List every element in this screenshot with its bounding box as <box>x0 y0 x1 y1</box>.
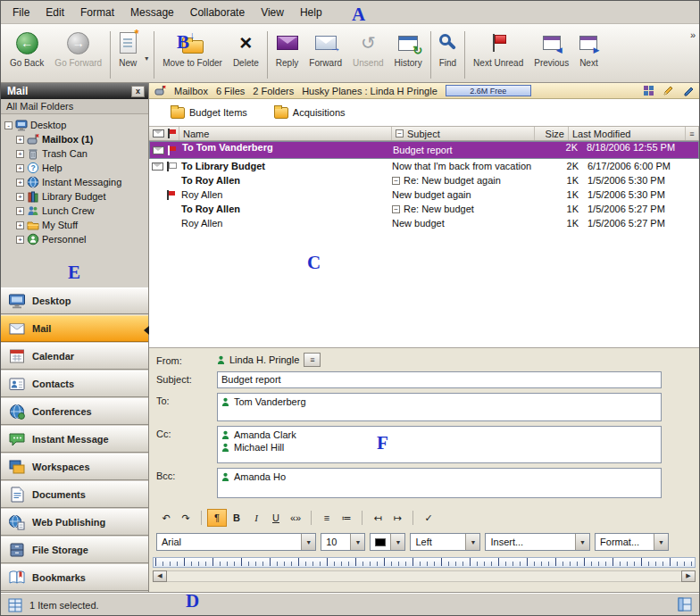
message-row[interactable]: Roy Allen New budget again 1K 1/5/2006 5… <box>149 187 699 202</box>
horizontal-scrollbar[interactable] <box>153 570 696 582</box>
undo-button[interactable]: ↶ <box>156 509 176 527</box>
sidebar-item-instant-message[interactable]: Instant Message <box>1 426 148 453</box>
menu-collaborate[interactable]: Collaborate <box>182 4 253 21</box>
tree-expander[interactable]: - <box>4 121 12 129</box>
sidebar-item-file-storage[interactable]: File Storage <box>1 537 148 563</box>
tree-item-mailbox[interactable]: + Mailbox (1) <box>1 132 148 146</box>
next-unread-button[interactable]: Next Unread <box>468 28 529 70</box>
tree-item-my-stuff[interactable]: + My Stuff <box>1 218 148 232</box>
menu-view[interactable]: View <box>253 4 292 21</box>
tree-expander[interactable]: + <box>16 207 24 215</box>
tree-item-personnel[interactable]: + Personnel <box>1 232 148 246</box>
new-button[interactable]: New <box>113 28 142 70</box>
menu-format[interactable]: Format <box>72 4 122 21</box>
tree-expander[interactable]: + <box>16 179 24 187</box>
format-select[interactable]: Format... <box>595 533 669 551</box>
tree-item-lunch-crew[interactable]: + Lunch Crew <box>1 204 148 218</box>
menu-help[interactable]: Help <box>292 4 330 21</box>
font-select[interactable]: Arial <box>156 533 316 551</box>
summary-view-icon[interactable] <box>8 598 22 612</box>
thread-collapse-icon[interactable]: − <box>392 177 400 185</box>
sidebar-item-web-publishing[interactable]: Web Publishing <box>1 509 148 536</box>
tree-item-instant-messaging[interactable]: + Instant Messaging <box>1 175 148 189</box>
sidebar-item-bookmarks[interactable]: Bookmarks <box>1 564 148 591</box>
alignment-select[interactable]: Left <box>410 533 480 551</box>
spellcheck-button[interactable]: ✓ <box>419 509 438 527</box>
column-header-last-modified[interactable]: Last Modified <box>569 127 686 140</box>
folder-acquisitions[interactable]: Acquisitions <box>274 107 346 119</box>
indent-button[interactable]: ↦ <box>388 509 407 527</box>
sidebar-collapse-arrow[interactable] <box>144 326 149 335</box>
column-header-subject[interactable]: −Subject <box>392 127 535 140</box>
tree-expander[interactable]: + <box>16 193 24 201</box>
go-forward-button[interactable]: Go Forward <box>49 28 107 70</box>
forward-button[interactable]: Forward <box>304 28 347 70</box>
thread-collapse-icon[interactable]: − <box>392 205 400 213</box>
pencil-icon[interactable] <box>662 85 674 96</box>
tree-item-trash-can[interactable]: + Trash Can <box>1 146 148 161</box>
history-button[interactable]: History <box>389 28 428 70</box>
insert-select[interactable]: Insert... <box>485 533 590 551</box>
underline-button[interactable]: U <box>266 509 286 527</box>
menu-message[interactable]: Message <box>122 4 182 21</box>
message-row[interactable]: To Roy Allen −Re: New budget 1K 1/5/2006… <box>149 202 699 216</box>
bcc-field[interactable]: Amanda Ho <box>217 468 662 498</box>
tree-item-help[interactable]: + ? Help <box>1 161 148 175</box>
message-row[interactable]: To Roy Allen −Re: New budget again 1K 1/… <box>149 173 699 187</box>
sidebar-item-calendar[interactable]: Calendar <box>1 343 148 370</box>
tree-item-desktop[interactable]: - Desktop <box>1 118 148 132</box>
sidebar-item-mail[interactable]: Mail <box>1 315 148 342</box>
message-row-selected[interactable]: To Tom Vanderberg Budget report 2K 8/18/… <box>149 141 699 159</box>
tree-expander[interactable]: + <box>16 164 24 172</box>
address-book-button[interactable]: ≡ <box>304 353 321 367</box>
sidebar-item-documents[interactable]: Documents <box>1 481 148 508</box>
message-row[interactable]: Roy Allen New budget 1K 1/5/2006 5:27 PM <box>149 216 699 230</box>
sidebar-item-conferences[interactable]: Conferences <box>1 398 148 425</box>
next-button[interactable]: Next <box>574 28 604 70</box>
previous-button[interactable]: Previous <box>529 28 574 70</box>
tree-expander[interactable]: + <box>16 150 24 158</box>
quote-button[interactable]: «» <box>286 509 305 527</box>
cc-field[interactable]: Amanda Clark Michael Hill <box>217 426 662 463</box>
scroll-right-icon[interactable] <box>681 570 696 582</box>
scroll-left-icon[interactable] <box>153 570 167 582</box>
delete-button[interactable]: Delete <box>228 28 264 70</box>
tree-expander[interactable]: + <box>16 221 24 229</box>
display-settings-icon[interactable] <box>643 85 654 96</box>
sidebar-item-contacts[interactable]: Contacts <box>1 370 148 397</box>
to-field[interactable]: Tom Vanderberg <box>217 393 662 421</box>
outdent-button[interactable]: ↤ <box>368 509 388 527</box>
new-dropdown-arrow[interactable] <box>142 54 151 62</box>
font-color-select[interactable] <box>370 533 405 551</box>
panel-layout-icon[interactable] <box>678 597 692 612</box>
sidebar-item-workspaces[interactable]: Workspaces <box>1 454 148 480</box>
bullet-list-button[interactable]: ≡ <box>317 509 337 527</box>
go-back-button[interactable]: Go Back <box>4 28 49 70</box>
move-to-folder-button[interactable]: Move to Folder <box>157 28 228 70</box>
column-menu-icon[interactable]: ≡ <box>686 127 699 140</box>
column-header-size[interactable]: Size <box>535 127 569 140</box>
pen-icon[interactable] <box>682 85 694 96</box>
tree-expander[interactable]: + <box>16 136 24 144</box>
folder-budget-items[interactable]: Budget Items <box>171 107 247 119</box>
subject-field[interactable]: Budget report <box>217 371 662 388</box>
reply-button[interactable]: Reply <box>271 28 304 70</box>
collapse-all-icon[interactable]: − <box>396 129 404 137</box>
menu-file[interactable]: File <box>4 4 38 21</box>
paragraph-button[interactable]: ¶ <box>207 509 227 527</box>
panel-close-button[interactable]: x <box>131 86 145 97</box>
sidebar-item-desktop[interactable]: Desktop <box>1 287 148 314</box>
menu-edit[interactable]: Edit <box>38 4 72 21</box>
message-row[interactable]: To Library Budget Now that I'm back from… <box>149 159 699 173</box>
unsend-button[interactable]: Unsend <box>347 28 388 70</box>
tree-item-library-budget[interactable]: + Library Budget <box>1 189 148 204</box>
find-button[interactable]: Find <box>434 28 462 70</box>
header-icon-columns[interactable] <box>149 127 179 140</box>
tree-expander[interactable]: + <box>16 236 24 244</box>
column-header-name[interactable]: Name <box>179 127 392 140</box>
font-size-select[interactable]: 10 <box>321 533 365 551</box>
bold-button[interactable]: B <box>227 509 246 527</box>
redo-button[interactable]: ↷ <box>176 509 196 527</box>
toolbar-overflow-chevron[interactable]: » <box>690 29 695 40</box>
numbered-list-button[interactable]: ≔ <box>337 509 356 527</box>
